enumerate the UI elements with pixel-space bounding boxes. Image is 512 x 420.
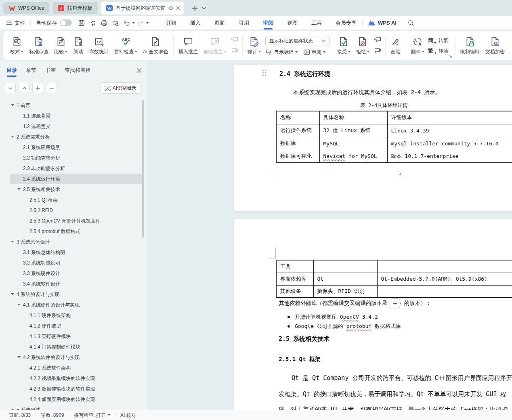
- sidebar-tab-chapters[interactable]: 章节: [26, 67, 36, 74]
- search-icon[interactable]: [407, 19, 414, 26]
- toc-item[interactable]: 2.5.3 OpenCV 开源计算机视觉库: [10, 216, 142, 226]
- toc-item[interactable]: 4.1.1 硬件系统架构: [10, 310, 142, 321]
- tab-document[interactable]: 基于物联网的家居安防监控系: [101, 2, 184, 15]
- triangle-down-icon[interactable]: [11, 292, 17, 297]
- toc-item[interactable]: 3.3 系统硬件设计: [10, 268, 142, 279]
- toc-item[interactable]: 4.1.4 门禁控制硬件模块: [10, 342, 142, 352]
- undo-menu-caret[interactable]: [132, 22, 135, 24]
- toc-item[interactable]: 4.2.4 桌面应用模块的软件实现: [10, 394, 142, 405]
- toc-item[interactable]: 5 系统测试: [10, 405, 142, 410]
- compare-button[interactable]: 比较: [51, 32, 70, 59]
- menu-tab-member[interactable]: 会员专享: [335, 17, 357, 29]
- wps-ai-button[interactable]: WPS AI: [368, 20, 397, 26]
- toc-item[interactable]: 4.1.3 亮灯硬件模块: [10, 331, 142, 342]
- sidebar-tab-bookmarks[interactable]: 书签: [45, 67, 56, 74]
- toc-item-selected[interactable]: 2.4 系统运行环境: [10, 174, 142, 184]
- save-icon[interactable]: [78, 19, 85, 27]
- toc-item[interactable]: 4.2.1 系统软件架构: [10, 363, 142, 373]
- redo-icon[interactable]: [137, 19, 144, 27]
- reject-button[interactable]: 拒绝: [353, 32, 372, 59]
- menu-tab-start[interactable]: 开始: [166, 17, 177, 29]
- simplified-to-traditional-button[interactable]: 简 转繁: [428, 37, 448, 44]
- zoom-out-toc-button[interactable]: [46, 83, 57, 93]
- toc-item[interactable]: 4.2.3 数据传输模块的软件实现: [10, 384, 142, 394]
- triangle-down-icon[interactable]: [17, 355, 23, 360]
- sidebar-tab-find-replace[interactable]: 查找和替换: [65, 67, 91, 74]
- expand-group-icon[interactable]: [449, 55, 452, 58]
- toc-item[interactable]: 2.1 系统应用场景: [10, 142, 142, 153]
- tab-wps-home[interactable]: WPS Office: [3, 2, 49, 14]
- read-aloud-button[interactable]: 朗读: [70, 32, 86, 59]
- export-pdf-icon[interactable]: [89, 19, 97, 27]
- accept-button[interactable]: 接受: [334, 32, 353, 59]
- ai-recognize-toc-button[interactable]: AI识别目录: [100, 82, 141, 94]
- menu-tab-tools[interactable]: 工具: [311, 17, 322, 29]
- toc-item[interactable]: 4.1.2 硬件选型: [10, 321, 142, 331]
- toc-item[interactable]: 3.2 系统功能说明: [10, 258, 142, 268]
- word-count-button[interactable]: 12 字数统计: [86, 32, 111, 59]
- review-mode-button[interactable]: 审阅: [303, 49, 325, 56]
- redo-menu-caret[interactable]: [146, 22, 149, 24]
- toc-item[interactable]: 2.5.2 RFID: [10, 205, 142, 216]
- page-1[interactable]: 2.4 系统运行环境 本系统实现完成后的运行环境其具体介绍，如表 2-4 所示。…: [234, 65, 512, 211]
- sidebar-tab-contents[interactable]: 目录: [6, 67, 17, 74]
- menu-tab-reference[interactable]: 引用: [238, 17, 250, 29]
- close-tab-icon[interactable]: [176, 6, 180, 10]
- show-markup-button[interactable]: 显示标记: [265, 49, 298, 56]
- status-ai-proofread[interactable]: AI 校对: [115, 412, 141, 419]
- tabs-menu-icon[interactable]: [202, 7, 206, 9]
- toc-item[interactable]: 4.2.2 视频采集模块的软件实现: [10, 373, 142, 384]
- next-comment-icon[interactable]: [231, 47, 239, 55]
- table-quick-add-button[interactable]: [390, 298, 400, 308]
- print-icon[interactable]: [101, 19, 108, 27]
- restrict-edit-button[interactable]: 限制编辑: [457, 32, 483, 59]
- tab-docer[interactable]: 找稻壳模板: [52, 2, 98, 14]
- prev-comment-icon[interactable]: [231, 36, 239, 44]
- toc-item[interactable]: 2.5 系统相关技术: [10, 184, 142, 195]
- menu-tab-view[interactable]: 视图: [287, 17, 298, 29]
- triangle-down-icon[interactable]: [17, 187, 23, 192]
- ai-polish-button[interactable]: AI 全文润色: [140, 32, 171, 59]
- encrypt-button[interactable]: 文档加密: [483, 32, 508, 59]
- toc-item[interactable]: 1.2 选题意义: [10, 121, 142, 132]
- toc-item[interactable]: 2.2 功能需求分析: [10, 153, 142, 163]
- undo-icon[interactable]: [123, 19, 130, 27]
- menu-tab-review[interactable]: 审阅: [262, 17, 274, 29]
- print-preview-icon[interactable]: [112, 19, 119, 27]
- status-page-indicator[interactable]: 页面: 8/33: [4, 412, 36, 419]
- zoom-in-toc-button[interactable]: [32, 83, 43, 93]
- window-icon[interactable]: [169, 6, 173, 10]
- expand-all-button[interactable]: [5, 83, 16, 93]
- triangle-down-icon[interactable]: [11, 135, 17, 139]
- collapse-all-button[interactable]: [19, 83, 29, 93]
- page-2[interactable]: 工具 界面依赖库 Qt Qt-Embedded-5.7.0(ARM)、Qt5.9…: [234, 219, 512, 410]
- drag-handle-icon[interactable]: [262, 70, 266, 76]
- file-menu-button[interactable]: 文件: [6, 19, 25, 27]
- close-sidebar-icon[interactable]: [136, 68, 142, 73]
- standard-review-button[interactable]: 标准审查: [26, 32, 51, 59]
- prev-change-icon[interactable]: [374, 36, 382, 44]
- toc-item[interactable]: 2.5.1 Qt 框架: [10, 195, 142, 205]
- triangle-down-icon[interactable]: [11, 103, 17, 108]
- toc-item[interactable]: 1 前言: [10, 100, 142, 111]
- spell-check-button[interactable]: ABC 拼写检查: [111, 32, 140, 59]
- status-spellcheck[interactable]: 拼写检查: 打开: [69, 412, 115, 419]
- toc-item[interactable]: 1.1 选题背景: [10, 111, 142, 121]
- status-word-count[interactable]: 字数: 8909: [36, 412, 69, 419]
- track-changes-button[interactable]: 修订: [245, 32, 264, 59]
- traditional-to-simplified-button[interactable]: 繁 转简: [428, 47, 448, 55]
- toc-item[interactable]: 2.5.4 protobuf 数据格式: [10, 226, 142, 237]
- triangle-down-icon[interactable]: [11, 240, 17, 244]
- toc-item[interactable]: 2.3 非功能需求分析: [10, 163, 142, 174]
- new-tab-icon[interactable]: [192, 5, 198, 11]
- markup-state-select[interactable]: 显示标记的最终状态: [265, 36, 330, 46]
- translate-button[interactable]: 文A 翻译: [408, 32, 427, 59]
- brush-button[interactable]: 画笔: [388, 32, 404, 59]
- autosave-toggle[interactable]: [60, 19, 72, 26]
- menu-tab-insert[interactable]: 插入: [190, 17, 201, 29]
- sidebar-scrollbar[interactable]: [142, 100, 144, 237]
- toc-item[interactable]: 3 系统总体设计: [10, 237, 142, 247]
- menu-tab-page[interactable]: 页面: [214, 17, 225, 29]
- proofread-button[interactable]: 校对: [7, 32, 26, 59]
- insert-comment-button[interactable]: 插入批注: [176, 32, 201, 59]
